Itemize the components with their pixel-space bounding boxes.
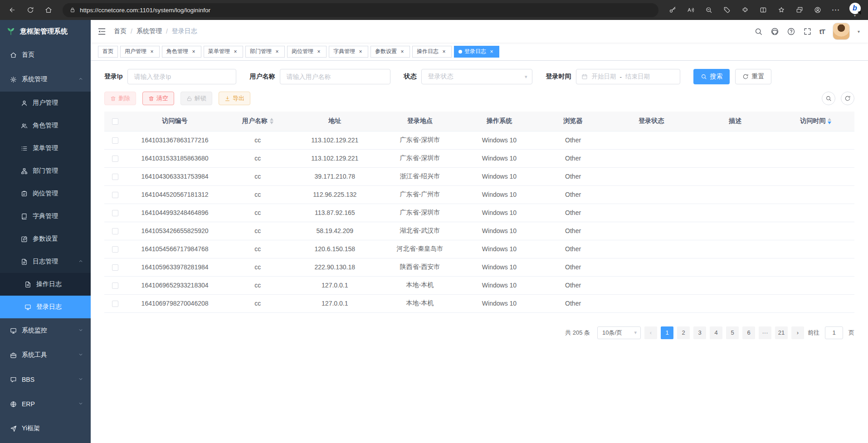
select-all-checkbox[interactable]: [112, 118, 118, 125]
reset-button[interactable]: 重置: [735, 69, 771, 84]
browser-refresh-button[interactable]: [22, 2, 39, 18]
row-checkbox[interactable]: [112, 246, 118, 253]
sidebar-item-home[interactable]: 首页: [0, 43, 91, 67]
page-button-3[interactable]: 3: [693, 326, 706, 339]
sidebar-item-role-management[interactable]: 角色管理: [0, 114, 91, 137]
login-ip-input[interactable]: [127, 69, 236, 84]
font-size-icon[interactable]: tT: [819, 28, 825, 35]
status-select[interactable]: 登录状态 ▾: [421, 69, 532, 84]
tab-post-management[interactable]: 岗位管理×: [287, 46, 327, 58]
row-checkbox[interactable]: [112, 174, 118, 180]
sidebar-item-menu-management[interactable]: 菜单管理: [0, 137, 91, 160]
sidebar-item-dictionary-management[interactable]: 字典管理: [0, 205, 91, 228]
user-name-input[interactable]: [280, 69, 390, 84]
page-button-1[interactable]: 1: [661, 326, 673, 339]
tab-user-management[interactable]: 用户管理×: [120, 46, 160, 58]
row-checkbox[interactable]: [112, 192, 118, 198]
row-checkbox[interactable]: [112, 228, 118, 234]
unlock-button[interactable]: 解锁: [180, 92, 212, 105]
sidebar-item-erp[interactable]: ERP: [0, 392, 91, 416]
tab-dictionary-management[interactable]: 字典管理×: [329, 46, 368, 58]
sidebar-item-post-management[interactable]: 岗位管理: [0, 182, 91, 205]
date-range-picker[interactable]: 开始日期 - 结束日期: [576, 69, 680, 84]
row-checkbox[interactable]: [112, 210, 118, 216]
row-checkbox[interactable]: [112, 156, 118, 162]
browser-shopping-button[interactable]: [718, 2, 736, 18]
breadcrumb-home[interactable]: 首页: [114, 27, 127, 35]
sidebar-item-operation-log[interactable]: 操作日志: [0, 273, 91, 296]
browser-password-button[interactable]: [664, 2, 681, 18]
export-button[interactable]: 导出: [219, 92, 250, 105]
sidebar-item-bbs[interactable]: BBS: [0, 367, 91, 392]
close-icon[interactable]: ×: [399, 49, 405, 55]
browser-back-button[interactable]: [4, 2, 21, 18]
page-button-2[interactable]: 2: [677, 326, 690, 339]
tab-login-log[interactable]: 登录日志×: [454, 46, 499, 58]
close-icon[interactable]: ×: [441, 49, 447, 55]
toggle-search-button[interactable]: [822, 92, 835, 105]
close-icon[interactable]: ×: [149, 49, 155, 55]
browser-collections-button[interactable]: [791, 2, 808, 18]
user-avatar[interactable]: [833, 23, 850, 40]
sidebar-item-login-log[interactable]: 登录日志: [0, 296, 91, 318]
chevron-down-icon[interactable]: ▾: [858, 29, 860, 34]
tab-parameter-settings[interactable]: 参数设置×: [371, 46, 410, 58]
more-pages-button[interactable]: ···: [759, 326, 771, 339]
browser-read-aloud-button[interactable]: [682, 2, 699, 18]
row-checkbox[interactable]: [112, 137, 118, 144]
search-button[interactable]: 搜索: [693, 69, 730, 84]
sidebar-item-user-management[interactable]: 用户管理: [0, 92, 91, 114]
row-checkbox[interactable]: [112, 301, 118, 307]
sidebar-item-system-tools[interactable]: 系统工具: [0, 343, 91, 367]
close-icon[interactable]: ×: [190, 49, 197, 55]
sidebar-item-log-management[interactable]: 日志管理: [0, 250, 91, 273]
close-icon[interactable]: ×: [232, 49, 239, 55]
close-icon[interactable]: ×: [316, 49, 322, 55]
page-size-select[interactable]: 10条/页 ▾: [597, 326, 641, 339]
address-bar[interactable]: https://ccnetcore.com:1101/system/log/lo…: [63, 3, 658, 17]
next-page-button[interactable]: ›: [791, 326, 804, 339]
page-button-5[interactable]: 5: [726, 326, 739, 339]
col-visit-time[interactable]: 访问时间: [777, 112, 854, 131]
row-checkbox[interactable]: [112, 282, 118, 289]
close-icon[interactable]: ×: [357, 49, 364, 55]
sort-carets-icon[interactable]: [270, 118, 273, 124]
tab-department-management[interactable]: 部门管理×: [245, 46, 285, 58]
browser-favorites-button[interactable]: [773, 2, 790, 18]
row-checkbox[interactable]: [112, 264, 118, 271]
browser-copilot-button[interactable]: b ▾: [845, 3, 864, 18]
delete-button[interactable]: 删除: [104, 92, 136, 105]
browser-zoom-button[interactable]: [700, 2, 717, 18]
breadcrumb-system[interactable]: 系统管理: [137, 27, 162, 35]
page-button-6[interactable]: 6: [742, 326, 755, 339]
close-icon[interactable]: ×: [488, 49, 495, 55]
prev-page-button[interactable]: ‹: [644, 326, 657, 339]
sidebar-item-department-management[interactable]: 部门管理: [0, 160, 91, 182]
header-search-button[interactable]: [754, 27, 763, 36]
tab-menu-management[interactable]: 菜单管理×: [204, 46, 243, 58]
app-logo[interactable]: 意框架管理系统: [0, 20, 91, 43]
sidebar-item-system-management[interactable]: 系统管理: [0, 67, 91, 92]
sidebar-toggle-icon[interactable]: [97, 27, 107, 36]
col-user-name[interactable]: 用户名称: [224, 112, 292, 131]
sidebar-item-parameter-settings[interactable]: 参数设置: [0, 228, 91, 250]
tab-role-management[interactable]: 角色管理×: [162, 46, 201, 58]
page-button-4[interactable]: 4: [710, 326, 722, 339]
browser-split-screen-button[interactable]: [755, 2, 772, 18]
header-github-button[interactable]: [770, 27, 779, 36]
refresh-table-button[interactable]: [841, 92, 854, 105]
page-button-21[interactable]: 21: [775, 326, 788, 339]
tab-operation-log[interactable]: 操作日志×: [412, 46, 452, 58]
browser-profile-button[interactable]: [809, 2, 826, 18]
header-fullscreen-button[interactable]: [803, 27, 812, 36]
sidebar-item-system-monitor[interactable]: 系统监控: [0, 318, 91, 343]
sort-carets-icon[interactable]: [828, 118, 831, 124]
tab-home[interactable]: 首页: [98, 46, 118, 58]
browser-settings-button[interactable]: ⋯: [827, 2, 844, 18]
sidebar-item-yi-framework[interactable]: Yi框架: [0, 416, 91, 441]
browser-home-button[interactable]: [40, 2, 57, 18]
header-help-button[interactable]: [787, 27, 795, 36]
clear-button[interactable]: 清空: [142, 92, 174, 105]
close-icon[interactable]: ×: [274, 49, 280, 55]
browser-extensions-button[interactable]: [736, 2, 754, 18]
